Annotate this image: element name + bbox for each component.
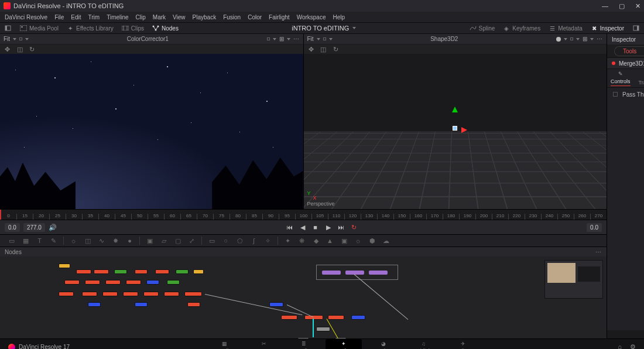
tool-blur-icon[interactable]: ● (125, 237, 134, 245)
page-tab-fairlight[interactable]: ♫ Fairlight (405, 339, 441, 349)
menu-timeline[interactable]: Timeline (107, 14, 128, 20)
time-ruler[interactable]: 0 15 20 25 30 35 40 45 50 55 60 65 70 75… (0, 210, 607, 220)
tool-matte-icon[interactable]: ▢ (173, 237, 182, 245)
gizmo-center-icon[interactable] (453, 126, 457, 131)
viewer-more-icon[interactable]: ⋯ (597, 36, 603, 42)
tool-shape3d-icon[interactable]: ◆ (311, 237, 320, 245)
nodes-more-icon[interactable]: ⋯ (595, 249, 602, 255)
menu-clip[interactable]: Clip (136, 14, 146, 20)
stop-button[interactable]: ■ (311, 223, 320, 231)
metadata-button[interactable]: ☰ Metadata (549, 25, 583, 32)
viewer-opt2-icon[interactable] (570, 37, 573, 40)
tool-transform-icon[interactable]: ▱ (159, 237, 168, 245)
menu-trim[interactable]: Trim (88, 14, 100, 20)
menu-edit[interactable]: Edit (71, 14, 81, 20)
tool-cloud-icon[interactable]: ☁ (382, 237, 390, 245)
tool-fastnoise-icon[interactable]: ▦ (21, 237, 30, 245)
menu-mark[interactable]: Mark (153, 14, 166, 20)
window-maximize-button[interactable]: ▢ (619, 2, 625, 10)
viewer-sphere-icon[interactable] (556, 37, 561, 42)
page-tab-edit[interactable]: ≣ Edit (286, 339, 322, 349)
tool-camera3d-icon[interactable]: ▣ (340, 237, 348, 245)
menu-fusion[interactable]: Fusion (223, 14, 241, 20)
window-close-button[interactable]: ✕ (635, 2, 640, 10)
tool-background-icon[interactable]: ▭ (7, 237, 16, 245)
viewer-grid-icon[interactable]: ⊞ (583, 36, 587, 42)
tool-render3d-icon[interactable]: ⬢ (368, 237, 376, 245)
nodes-canvas[interactable] (0, 256, 607, 338)
inspector-selected-node[interactable]: Merge3D1 ✧ 🔒 ↺ (607, 57, 644, 69)
page-tab-fusion[interactable]: ✦ Fusion (326, 339, 362, 349)
passthrough-checkbox[interactable] (613, 92, 618, 97)
menu-help[interactable]: Help (333, 14, 345, 20)
region-tool-icon[interactable]: ◫ (320, 46, 327, 53)
gizmo-y-axis-icon[interactable] (452, 107, 458, 112)
viewer-opt-a-icon[interactable] (19, 37, 22, 40)
keyframes-button[interactable]: ◈ Keyframes (503, 25, 540, 32)
project-title[interactable]: iNTRO TO eDITING (292, 25, 356, 32)
panel-collapse-right-icon[interactable] (632, 25, 639, 32)
viewer-opt-icon[interactable] (323, 37, 326, 40)
project-settings-button[interactable]: ⚙ (630, 343, 636, 349)
tool-wand-icon[interactable]: ✧ (263, 237, 272, 245)
play-rev-button[interactable]: ◀ (299, 223, 307, 231)
spline-button[interactable]: Spline (470, 25, 495, 32)
effects-library-button[interactable]: ✦ Effects Library (67, 25, 114, 32)
viewer-grid-icon[interactable]: ⊞ (279, 36, 284, 42)
page-tab-cut[interactable]: ✂ Cut (246, 339, 282, 349)
playhead-start-icon[interactable] (0, 210, 1, 220)
viewer-right-canvas[interactable]: Y X Perspective (304, 54, 607, 209)
region-tool-icon[interactable]: ◫ (16, 46, 23, 53)
audio-mute-icon[interactable]: 🔊 (49, 223, 57, 231)
time-end-field[interactable]: 0.0 (587, 223, 602, 232)
tool-text-icon[interactable]: T (35, 237, 44, 245)
tool-brightness-icon[interactable]: ☼ (69, 237, 78, 245)
tool-paint-icon[interactable]: ✎ (49, 237, 58, 245)
rotate-tool-icon[interactable]: ↻ (332, 46, 340, 53)
nodes-button[interactable]: Nodes (152, 25, 179, 32)
viewer-fit-dropdown[interactable]: Fit (307, 36, 314, 42)
tool-prender-icon[interactable]: ❋ (297, 237, 306, 245)
menu-playback[interactable]: Playback (193, 14, 217, 20)
menu-file[interactable]: File (54, 14, 64, 20)
move-tool-icon[interactable]: ✥ (4, 46, 11, 53)
gizmo-x-axis-icon[interactable] (461, 127, 467, 133)
window-minimize-button[interactable]: — (602, 2, 608, 10)
time-start-field[interactable]: 0.0 (5, 223, 20, 232)
tool-pemitter-icon[interactable]: ✦ (283, 237, 292, 245)
go-first-button[interactable]: ⏮ (286, 223, 294, 231)
menu-view[interactable]: View (173, 14, 186, 20)
viewer-more-icon[interactable]: ⋯ (293, 36, 300, 42)
move-tool-icon[interactable]: ✥ (307, 46, 315, 53)
go-last-button[interactable]: ⏭ (337, 223, 345, 231)
page-tab-color[interactable]: ◕ Color (365, 339, 402, 349)
inspector-button[interactable]: ✖ Inspector (591, 25, 624, 32)
play-button[interactable]: ▶ (324, 223, 333, 231)
loop-button[interactable]: ↻ (350, 223, 358, 231)
menu-davinci[interactable]: DaVinci Resolve (5, 14, 47, 20)
tool-mask-ellipse-icon[interactable]: ○ (221, 237, 230, 245)
tool-mask-poly-icon[interactable]: ⬠ (235, 237, 244, 245)
tool-merge-icon[interactable]: ▣ (145, 237, 154, 245)
inspector-tab-tools[interactable]: Tools (614, 46, 644, 56)
viewer-right-opt-icon[interactable] (267, 37, 270, 40)
perspective-label[interactable]: Perspective (307, 201, 335, 207)
viewer-left-canvas[interactable] (0, 54, 303, 209)
home-button[interactable]: ⌂ (618, 343, 622, 349)
inspector-subtab-controls[interactable]: ✎ Controls (611, 70, 631, 86)
tool-resize-icon[interactable]: ⤢ (187, 237, 196, 245)
tool-channel-icon[interactable]: ◫ (83, 237, 92, 245)
menu-workspace[interactable]: Workspace (297, 14, 326, 20)
viewer-fit-dropdown[interactable]: Fit (4, 36, 10, 42)
tool-hue-icon[interactable]: ✸ (111, 237, 120, 245)
time-current-field[interactable]: 277.0 (23, 223, 45, 232)
rotate-tool-icon[interactable]: ↻ (28, 46, 36, 53)
page-tab-media[interactable]: ▦ Media (206, 339, 242, 349)
page-tab-deliver[interactable]: ✈ Deliver (445, 339, 481, 349)
tool-image3d-icon[interactable]: ▲ (326, 237, 334, 245)
clips-button[interactable]: Clips (122, 25, 144, 32)
tool-light-icon[interactable]: ☼ (354, 237, 362, 245)
inspector-subtab-transform[interactable]: ✥ Transform (639, 71, 645, 85)
tool-colorcurve-icon[interactable]: ∿ (97, 237, 106, 245)
tool-mask-rect-icon[interactable]: ▭ (207, 237, 216, 245)
